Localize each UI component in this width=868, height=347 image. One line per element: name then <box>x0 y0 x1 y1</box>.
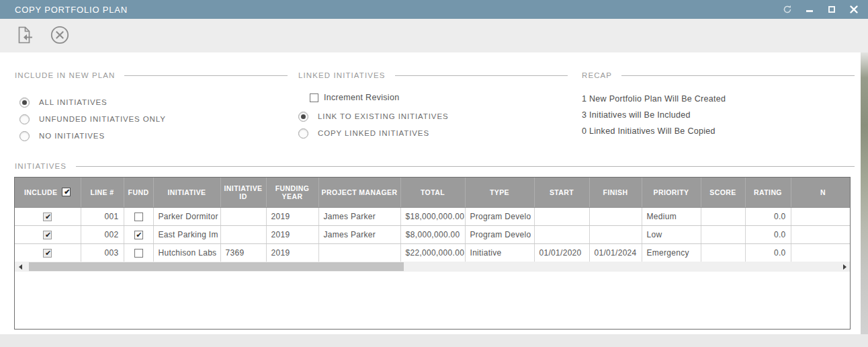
checkbox-icon <box>310 93 318 102</box>
radio-icon <box>19 114 30 124</box>
col-header-rating[interactable]: RATING <box>745 178 791 207</box>
select-all-checkbox[interactable] <box>62 188 71 196</box>
window-controls <box>783 0 859 19</box>
initiative-row[interactable]: 002East Parking Im2019James Parker$8,000… <box>15 225 851 243</box>
cell-fund <box>124 243 153 262</box>
cell-text: 0.0 <box>774 230 786 239</box>
col-header-start[interactable]: START <box>534 178 589 207</box>
refresh-icon[interactable] <box>783 5 792 14</box>
col-header-finish[interactable]: FINISH <box>589 178 642 207</box>
radio-copy-linked-initiatives[interactable]: COPY LINKED INITIATIVES <box>298 125 568 141</box>
close-icon[interactable] <box>849 5 859 14</box>
col-header-score[interactable]: SCORE <box>701 178 745 207</box>
col-header-label: SCORE <box>709 188 736 196</box>
scroll-right-button[interactable] <box>839 262 850 272</box>
col-header-next[interactable]: N <box>791 178 851 207</box>
col-header-fund[interactable]: FUND <box>124 178 153 207</box>
col-header-project_manager[interactable]: PROJECT MANAGER <box>318 178 400 207</box>
section-initiatives: INITIATIVES <box>15 162 855 170</box>
cell-finish <box>589 207 642 225</box>
section-divider <box>76 166 855 167</box>
radio-label: ALL INITIATIVES <box>39 98 107 106</box>
radio-label: COPY LINKED INITIATIVES <box>318 129 429 137</box>
initiative-row[interactable]: 003Hutchison Labs73692019$22,000,000.00I… <box>15 243 851 262</box>
col-header-include[interactable]: INCLUDE <box>15 178 81 207</box>
cell-fund <box>124 207 153 225</box>
cell-type: Initiative <box>465 243 534 262</box>
radio-label: LINK TO EXISTING INITIATIVES <box>318 112 449 120</box>
cell-initiative_id <box>220 207 266 225</box>
dialog-content: INCLUDE IN NEW PLAN ALL INITIATIVES UNFU… <box>0 52 861 334</box>
cell-funding_year: 2019 <box>266 225 318 243</box>
radio-no-initiatives[interactable]: NO INITIATIVES <box>19 128 288 144</box>
cell-start <box>534 225 589 243</box>
page-background-sliver <box>861 52 868 334</box>
cell-text: 0.0 <box>774 212 786 221</box>
scroll-left-button[interactable] <box>15 262 26 272</box>
cell-score <box>701 243 745 262</box>
cell-finish <box>589 225 642 243</box>
dialog-titlebar: COPY PORTFOLIO PLAN <box>0 0 868 19</box>
col-header-label: N <box>820 188 826 196</box>
section-title: LINKED INITIATIVES <box>298 71 386 79</box>
section-title: INITIATIVES <box>15 162 67 170</box>
col-header-initiative[interactable]: INITIATIVE <box>153 178 220 207</box>
cell-text: 2019 <box>271 248 290 258</box>
include-checkbox[interactable] <box>43 213 52 221</box>
cell-type: Program Develo <box>465 225 534 243</box>
cell-project_manager: James Parker <box>318 225 400 243</box>
cell-text: 003 <box>105 248 119 258</box>
increment-revision-checkbox-row[interactable]: Increment Revision <box>310 90 568 105</box>
radio-link-to-existing-initiatives[interactable]: LINK TO EXISTING INITIATIVES <box>298 108 568 124</box>
cell-line: 001 <box>81 207 124 225</box>
recap-line-initiatives-included: 3 Initiatives will Be Included <box>582 107 855 123</box>
cell-text: Parker Dormitor <box>159 212 218 221</box>
cancel-circle-icon <box>50 26 69 46</box>
cell-text: Emergency <box>647 248 689 258</box>
col-header-line[interactable]: LINE # <box>81 178 124 207</box>
recap-line-linked-copied: 0 Linked Initiatives Will Be Copied <box>582 123 855 139</box>
include-checkbox[interactable] <box>43 249 52 258</box>
col-header-initiative_id[interactable]: INITIATIVE ID <box>220 178 266 207</box>
scrollbar-thumb[interactable] <box>29 262 404 271</box>
section-divider <box>621 75 855 76</box>
copy-plan-button[interactable] <box>16 26 34 46</box>
maximize-icon[interactable] <box>827 5 836 14</box>
cell-text: James Parker <box>324 230 376 239</box>
cell-text: $8,000,000.00 <box>406 230 460 239</box>
section-include-in-new-plan: INCLUDE IN NEW PLAN ALL INITIATIVES UNFU… <box>15 71 288 145</box>
initiative-row[interactable]: 001Parker Dormitor2019James Parker$18,00… <box>15 207 851 225</box>
col-header-type[interactable]: TYPE <box>465 178 534 207</box>
cell-finish: 01/01/2024 <box>589 243 642 262</box>
col-header-label: FUND <box>128 188 149 196</box>
fund-checkbox[interactable] <box>134 249 143 258</box>
horizontal-scrollbar[interactable] <box>15 262 850 272</box>
cancel-button[interactable] <box>50 26 69 46</box>
checkbox-label: Increment Revision <box>324 93 399 102</box>
cell-funding_year: 2019 <box>266 207 318 225</box>
radio-icon <box>298 112 308 122</box>
cell-score <box>701 207 745 225</box>
radio-unfunded-initiatives-only[interactable]: UNFUNDED INITIATIVES ONLY <box>19 111 288 127</box>
col-header-total[interactable]: TOTAL <box>400 178 465 207</box>
radio-all-initiatives[interactable]: ALL INITIATIVES <box>19 94 288 110</box>
col-header-priority[interactable]: PRIORITY <box>642 178 701 207</box>
cell-rating: 0.0 <box>745 243 791 262</box>
minimize-icon[interactable] <box>805 5 814 14</box>
col-header-label: PRIORITY <box>654 188 689 196</box>
fund-checkbox[interactable] <box>134 213 143 221</box>
cell-next <box>791 225 851 243</box>
col-header-funding_year[interactable]: FUNDING YEAR <box>266 178 318 207</box>
radio-label: UNFUNDED INITIATIVES ONLY <box>39 115 166 123</box>
cell-initiative: East Parking Im <box>153 225 220 243</box>
cell-text: Program Develo <box>470 212 531 221</box>
fund-checkbox[interactable] <box>134 231 143 239</box>
radio-icon <box>19 131 30 141</box>
cell-total: $8,000,000.00 <box>400 225 465 243</box>
left-arrow-icon <box>19 264 22 270</box>
cell-total: $18,000,000.00 <box>400 207 465 225</box>
include-checkbox[interactable] <box>43 231 52 239</box>
section-recap: RECAP 1 New Portfolio Plan Will Be Creat… <box>582 71 855 139</box>
initiatives-table: INCLUDELINE #FUNDINITIATIVEINITIATIVE ID… <box>15 178 851 262</box>
cell-type: Program Develo <box>465 207 534 225</box>
